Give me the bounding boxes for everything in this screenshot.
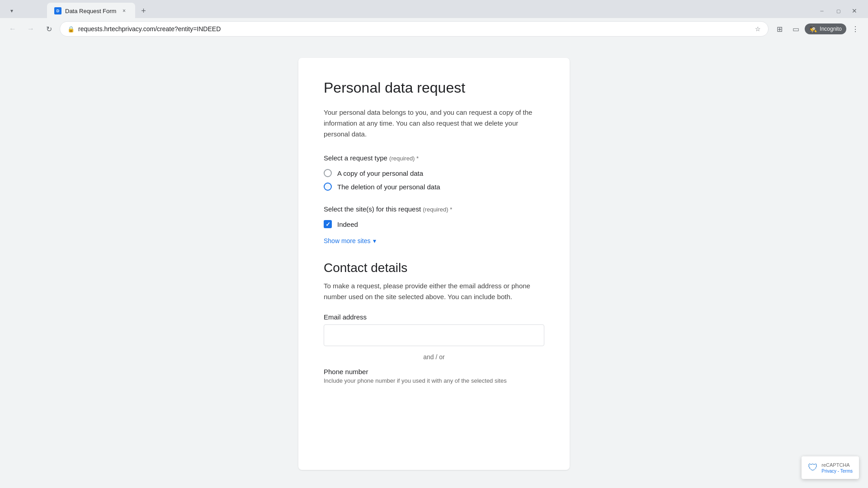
- new-tab-button[interactable]: +: [137, 5, 150, 17]
- sites-required: (required) *: [423, 206, 452, 213]
- email-label: Email address: [324, 313, 544, 321]
- tab-bar: D Data Request Form × +: [42, 3, 155, 19]
- forward-button[interactable]: →: [24, 22, 38, 36]
- browser-toolbar: ← → ↻ 🔒 ☆ ⊞ ▭ 🕵 Incognito: [0, 18, 868, 40]
- close-window-button[interactable]: ✕: [848, 5, 861, 17]
- recaptcha-text-group: reCAPTCHA Privacy - Terms: [821, 462, 853, 473]
- tab-title: Data Request Form: [65, 8, 116, 14]
- active-tab[interactable]: D Data Request Form ×: [47, 3, 135, 19]
- chevron-down-icon: ▾: [373, 237, 376, 244]
- recaptcha-logo: 🛡: [808, 462, 818, 474]
- refresh-button[interactable]: ↻: [42, 22, 56, 36]
- minimize-button[interactable]: ─: [816, 5, 828, 17]
- lock-icon: 🔒: [67, 26, 75, 33]
- address-bar[interactable]: 🔒 ☆: [60, 21, 769, 37]
- radio-item-copy[interactable]: A copy of your personal data: [324, 169, 544, 177]
- recaptcha-links[interactable]: Privacy - Terms: [821, 469, 853, 474]
- url-input[interactable]: [78, 25, 751, 33]
- phone-label: Phone number: [324, 368, 544, 375]
- show-more-sites-label: Show more sites: [324, 237, 370, 244]
- checkbox-item-indeed[interactable]: ✓ Indeed: [324, 220, 544, 228]
- bookmark-icon[interactable]: ☆: [755, 25, 761, 33]
- checkbox-indeed-label: Indeed: [337, 221, 358, 228]
- toolbar-right: ⊞ ▭ 🕵 Incognito ⋮: [772, 22, 863, 36]
- request-type-required: (required) *: [389, 155, 419, 162]
- maximize-button[interactable]: ▢: [832, 5, 844, 17]
- form-card: Personal data request Your personal data…: [298, 58, 570, 470]
- refresh-icon: ↻: [46, 25, 52, 33]
- radio-copy-label: A copy of your personal data: [337, 169, 423, 177]
- sites-label: Select the site(s) for this request (req…: [324, 205, 544, 213]
- form-title: Personal data request: [324, 80, 544, 96]
- request-type-section: Select a request type (required) * A cop…: [324, 154, 544, 191]
- email-field-group: Email address: [324, 313, 544, 353]
- incognito-icon: 🕵: [809, 25, 817, 33]
- radio-deletion-input[interactable]: [324, 183, 332, 191]
- tab-close-button[interactable]: ×: [120, 7, 128, 15]
- contact-section: Contact details To make a request, pleas…: [324, 261, 544, 384]
- and-or-divider: and / or: [324, 353, 544, 361]
- email-input[interactable]: [324, 324, 544, 346]
- request-type-label: Select a request type (required) *: [324, 154, 544, 162]
- tab-list-button[interactable]: ▾: [5, 5, 18, 17]
- sidebar-icon: ▭: [793, 25, 799, 33]
- extensions-button[interactable]: ⊞: [772, 22, 787, 36]
- back-button[interactable]: ←: [5, 22, 20, 36]
- phone-description: Include your phone number if you used it…: [324, 377, 544, 384]
- phone-field-group: Phone number Include your phone number i…: [324, 368, 544, 384]
- checkbox-indeed-input[interactable]: ✓: [324, 220, 332, 228]
- incognito-label: Incognito: [820, 26, 842, 32]
- tab-favicon: D: [54, 7, 61, 14]
- recaptcha-label: reCAPTCHA: [821, 462, 853, 468]
- browser-title-bar: ▾ D Data Request Form × + ─ ▢ ✕: [0, 0, 868, 18]
- show-more-sites-button[interactable]: Show more sites ▾: [324, 235, 376, 246]
- request-type-radio-group: A copy of your personal data The deletio…: [324, 169, 544, 191]
- radio-deletion-label: The deletion of your personal data: [337, 183, 440, 191]
- forward-icon: →: [27, 25, 34, 33]
- address-bar-icons: ☆: [755, 25, 761, 33]
- menu-icon: ⋮: [852, 25, 859, 33]
- sites-section: Select the site(s) for this request (req…: [324, 205, 544, 246]
- contact-title: Contact details: [324, 261, 544, 275]
- contact-description: To make a request, please provide either…: [324, 281, 544, 302]
- sites-checkbox-group: ✓ Indeed: [324, 220, 544, 228]
- recaptcha-widget: 🛡 reCAPTCHA Privacy - Terms: [802, 456, 859, 479]
- page-content: Personal data request Your personal data…: [0, 40, 868, 488]
- checkmark-icon: ✓: [326, 221, 330, 228]
- radio-item-deletion[interactable]: The deletion of your personal data: [324, 183, 544, 191]
- browser-chrome: ▾ D Data Request Form × + ─ ▢ ✕ ← →: [0, 0, 868, 40]
- incognito-profile[interactable]: 🕵 Incognito: [805, 23, 846, 34]
- menu-button[interactable]: ⋮: [848, 22, 863, 36]
- radio-copy-input[interactable]: [324, 169, 332, 177]
- sidebar-button[interactable]: ▭: [788, 22, 803, 36]
- back-icon: ←: [9, 25, 16, 33]
- extensions-icon: ⊞: [777, 25, 783, 33]
- form-description: Your personal data belongs to you, and y…: [324, 107, 544, 140]
